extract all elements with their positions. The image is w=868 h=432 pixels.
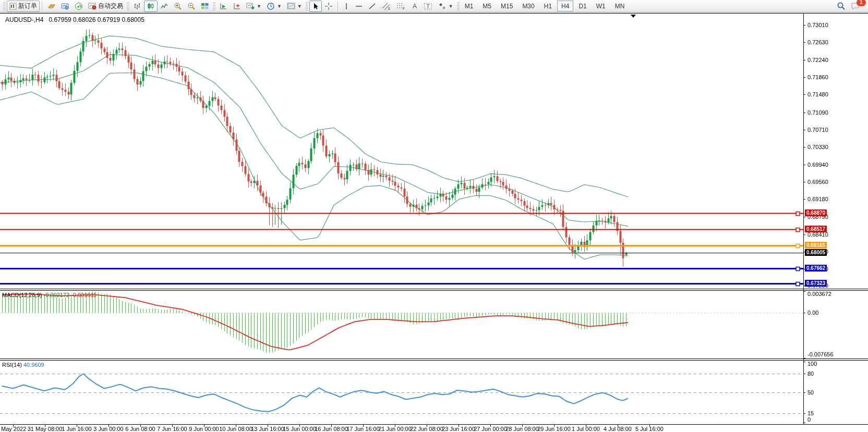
dropdown-caret: ▼ (257, 4, 261, 9)
toolbar-grip (306, 2, 308, 10)
notifications-button[interactable]: 1 (848, 1, 863, 12)
fibonacci-icon: F (396, 2, 406, 10)
cursor-tool-button[interactable] (309, 1, 322, 12)
notification-badge: 1 (857, 0, 866, 6)
svg-text:F: F (403, 7, 405, 10)
dropdown-caret: ▼ (297, 4, 302, 9)
market-depth-icon (61, 2, 69, 10)
auto-scroll-button[interactable] (216, 1, 230, 12)
timeframe-button-h1[interactable]: H1 (540, 1, 556, 11)
auto-scroll-icon (219, 2, 227, 10)
signals-button[interactable] (72, 1, 86, 12)
autotrading-icon (88, 2, 97, 10)
timeframe-button-m15[interactable]: M15 (497, 1, 517, 11)
autotrading-label: 自动交易 (98, 2, 123, 10)
svg-text:E: E (388, 7, 391, 10)
bar-chart-button[interactable] (130, 1, 144, 12)
line-chart-icon (160, 2, 168, 10)
arrows-icon (438, 2, 447, 10)
search-icon (837, 2, 846, 10)
new-order-label: 新订单 (18, 2, 37, 10)
zoom-in-button[interactable] (171, 1, 185, 12)
bar-chart-icon (133, 2, 141, 10)
dropdown-caret: ▼ (277, 4, 282, 9)
new-chart-dropdown[interactable]: ▼ (244, 1, 264, 12)
vertical-line-tool[interactable] (341, 1, 352, 12)
toolbar-grip (3, 2, 6, 10)
toolbar-grip (127, 2, 129, 10)
new-order-button[interactable]: 新订单 (7, 1, 40, 12)
vertical-line-icon (343, 2, 349, 10)
toolbar-grip (457, 2, 460, 10)
timeframe-button-m30[interactable]: M30 (518, 1, 538, 11)
text-tool[interactable]: A (408, 1, 421, 12)
crosshair-tool-button[interactable] (322, 1, 335, 12)
period-clock-dropdown[interactable]: ▼ (264, 1, 284, 12)
search-button[interactable] (834, 1, 848, 12)
market-depth-button[interactable] (58, 1, 72, 12)
channel-icon: E (382, 2, 391, 10)
trendline-tool[interactable] (366, 1, 379, 12)
zoom-out-icon (187, 2, 196, 10)
timeframe-button-h4[interactable]: H4 (557, 1, 573, 11)
chart-shift-button[interactable] (230, 1, 244, 12)
signal-waves-icon (75, 2, 83, 10)
separator (42, 2, 43, 11)
text-label-tool[interactable]: T (421, 1, 436, 12)
chart-shift-icon (233, 2, 241, 10)
new-chart-icon (246, 2, 255, 10)
timeframe-button-d1[interactable]: D1 (574, 1, 590, 11)
arrows-dropdown[interactable]: ▼ (436, 1, 456, 12)
candlestick-chart-icon (147, 2, 155, 10)
dropdown-caret: ▼ (449, 4, 453, 9)
tile-windows-button[interactable] (198, 1, 212, 12)
trendline-icon (368, 2, 377, 10)
charts-folder-button[interactable] (45, 1, 58, 12)
horizontal-line-icon (355, 2, 363, 10)
horizontal-line-tool[interactable] (352, 1, 366, 12)
fibonacci-tool[interactable]: F (394, 1, 408, 12)
gold-folder-icon (47, 2, 56, 10)
new-order-icon (9, 3, 17, 10)
price-chart-canvas[interactable] (0, 0, 868, 432)
text-icon: A (411, 2, 418, 10)
timeframe-toolbar: M1M5M15M30H1H4D1W1MN (461, 1, 629, 11)
tile-windows-icon (201, 2, 209, 10)
template-image-icon (287, 2, 295, 10)
separator (337, 2, 339, 11)
timeframe-button-mn[interactable]: MN (611, 1, 629, 11)
svg-text:A: A (413, 3, 417, 10)
candlestick-chart-button[interactable] (144, 1, 158, 12)
timeframe-button-m1[interactable]: M1 (461, 1, 478, 11)
toolbar-grip (213, 2, 215, 10)
label-icon: T (424, 2, 433, 10)
equidistant-channel-tool[interactable]: E (379, 1, 394, 12)
clock-icon (267, 2, 275, 10)
timeframe-button-w1[interactable]: W1 (592, 1, 610, 11)
cursor-icon (312, 3, 319, 10)
crosshair-icon (324, 2, 333, 10)
zoom-out-button[interactable] (185, 1, 198, 12)
autotrading-button[interactable]: 自动交易 (86, 1, 126, 12)
svg-text:T: T (426, 4, 429, 9)
zoom-in-icon (174, 2, 182, 10)
line-chart-button[interactable] (158, 1, 171, 12)
timeframe-button-m5[interactable]: M5 (478, 1, 496, 11)
main-toolbar: 新订单 自动交易 (0, 0, 868, 13)
template-dropdown[interactable]: ▼ (284, 1, 305, 12)
